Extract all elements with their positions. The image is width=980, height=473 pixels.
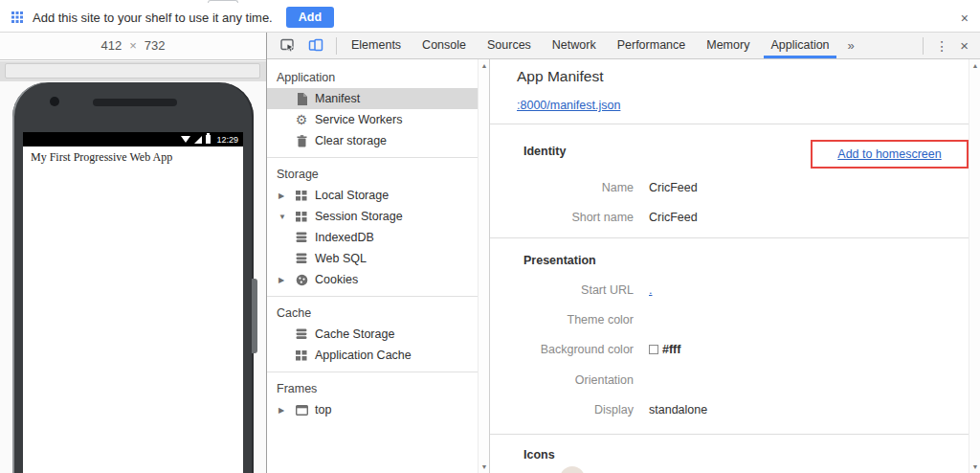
sidebar-item-web-sql[interactable]: Web SQL [267, 248, 489, 269]
apps-grid-icon [11, 11, 23, 23]
sidebar-item-session-storage[interactable]: ▼ Session Storage [267, 206, 489, 227]
phone-camera [50, 97, 59, 106]
sidebar-section-application: Application [267, 67, 489, 88]
sidebar-item-service-workers[interactable]: ⚙ Service Workers [267, 109, 489, 130]
infobar-close-icon[interactable]: × [961, 11, 969, 26]
annotation-highlight-box: Add to homescreen [811, 140, 969, 169]
sidebar-item-label: Clear storage [315, 134, 387, 147]
scroll-up-icon[interactable]: ▲ [969, 62, 980, 69]
sidebar-item-cookies[interactable]: ▶ Cookies [267, 269, 489, 290]
scroll-up-icon[interactable]: ▲ [479, 62, 490, 69]
chevron-down-icon[interactable]: ▼ [278, 213, 295, 221]
display-value: standalone [649, 403, 707, 417]
sidebar-item-label: Application Cache [315, 349, 412, 362]
tab-console[interactable]: Console [412, 33, 477, 58]
device-width: 412 [101, 38, 122, 53]
sidebar-item-label: Cache Storage [315, 327, 394, 341]
emulated-phone: 12:29 My First Progressive Web App [12, 82, 254, 473]
sidebar-item-local-storage[interactable]: ▶ Local Storage [267, 185, 489, 206]
application-sidebar: Application Manifest ⚙ Service Workers C… [267, 59, 489, 473]
background-color-label: Background color [490, 343, 634, 356]
scroll-down-icon[interactable]: ▼ [479, 463, 490, 470]
chevron-right-icon[interactable]: ▶ [278, 276, 295, 284]
gear-icon: ⚙ [295, 113, 308, 126]
frame-icon [295, 403, 308, 417]
shelf-message: Add this site to your shelf to use it an… [33, 11, 273, 25]
main-scrollbar[interactable]: ▲ ▼ [969, 59, 980, 473]
trash-icon [295, 134, 308, 147]
sidebar-item-label: Local Storage [315, 189, 389, 202]
sidebar-item-label: Web SQL [315, 252, 367, 265]
chevron-right-icon[interactable]: ▶ [278, 191, 295, 200]
device-dimensions: 412×732 [0, 33, 266, 59]
inspect-element-icon[interactable] [278, 37, 296, 55]
sidebar-item-label: Service Workers [315, 113, 402, 126]
horizontal-scrollbar[interactable] [0, 61, 266, 81]
short-name-label: Short name [490, 211, 634, 224]
sidebar-section-divider [267, 296, 489, 297]
display-label: Display [490, 403, 634, 417]
scrollbar-thumb[interactable] [5, 63, 260, 79]
sidebar-item-cache-storage[interactable]: Cache Storage [267, 324, 489, 345]
icons-header: Icons [523, 448, 555, 462]
section-divider [490, 434, 969, 435]
sidebar-item-label: Manifest [315, 92, 360, 105]
battery-icon [206, 135, 211, 144]
tab-network[interactable]: Network [542, 33, 607, 58]
manifest-file-link[interactable]: :8000/manifest.json [517, 99, 620, 112]
sidebar-item-top-frame[interactable]: ▶ top [267, 399, 489, 420]
color-swatch [649, 345, 658, 354]
tab-sources[interactable]: Sources [477, 33, 542, 58]
tab-memory[interactable]: Memory [696, 33, 760, 58]
sidebar-item-manifest[interactable]: Manifest [267, 88, 489, 109]
tab-performance[interactable]: Performance [607, 33, 697, 58]
toolbar-separator [336, 37, 337, 55]
tab-elements[interactable]: Elements [341, 33, 412, 58]
sidebar-item-indexeddb[interactable]: IndexedDB [267, 227, 489, 248]
section-divider [490, 237, 969, 238]
devtools-close-icon[interactable]: × [958, 37, 980, 54]
identity-header: Identity [523, 145, 566, 158]
sidebar-item-label: top [315, 403, 331, 417]
sidebar-section-frames: Frames [267, 378, 489, 399]
sidebar-item-application-cache[interactable]: Application Cache [267, 345, 489, 366]
sidebar-scrollbar[interactable]: ▲ ▼ [478, 59, 489, 473]
database-icon [295, 252, 308, 265]
more-tabs-icon[interactable]: » [840, 38, 862, 53]
device-emulation-area: 12:29 My First Progressive Web App [0, 59, 266, 473]
name-label: Name [490, 181, 634, 194]
sidebar-section-divider [267, 372, 489, 372]
device-toolbar-toggle-icon[interactable] [307, 37, 324, 55]
sidebar-item-clear-storage[interactable]: Clear storage [267, 130, 489, 151]
pwa-page-title: My First Progressive Web App [31, 150, 172, 165]
dimension-separator: × [122, 38, 145, 53]
add-to-homescreen-link[interactable]: Add to homescreen [837, 147, 941, 161]
chevron-right-icon[interactable]: ▶ [278, 406, 295, 415]
devtools-menu-icon[interactable]: ⋮ [925, 38, 958, 54]
document-icon [295, 92, 308, 105]
theme-color-label: Theme color [490, 313, 634, 327]
section-divider [490, 124, 969, 124]
phone-screen: 12:29 My First Progressive Web App [23, 132, 243, 473]
scroll-down-icon[interactable]: ▼ [969, 463, 980, 470]
phone-speaker [93, 99, 177, 106]
shelf-infobar: Add this site to your shelf to use it an… [0, 3, 980, 33]
database-icon [295, 327, 308, 341]
add-to-shelf-button[interactable]: Add [286, 7, 334, 28]
orientation-label: Orientation [490, 373, 634, 387]
sidebar-section-cache: Cache [267, 303, 489, 324]
short-name-value: CricFeed [649, 211, 698, 224]
status-time: 12:29 [216, 135, 238, 145]
screen: Add this site to your shelf to use it an… [0, 0, 980, 473]
start-url-label: Start URL [490, 283, 634, 297]
sidebar-item-label: Cookies [315, 273, 358, 286]
page-title: App Manifest [517, 68, 603, 85]
cell-signal-icon [194, 136, 202, 144]
device-height: 732 [145, 38, 166, 53]
phone-statusbar: 12:29 [23, 132, 243, 146]
tab-application[interactable]: Application [760, 33, 839, 58]
presentation-header: Presentation [523, 254, 596, 267]
manifest-panel: App Manifest :8000/manifest.json Identit… [490, 59, 969, 473]
background-color-value: #fff [649, 343, 680, 356]
table-icon [295, 189, 308, 202]
